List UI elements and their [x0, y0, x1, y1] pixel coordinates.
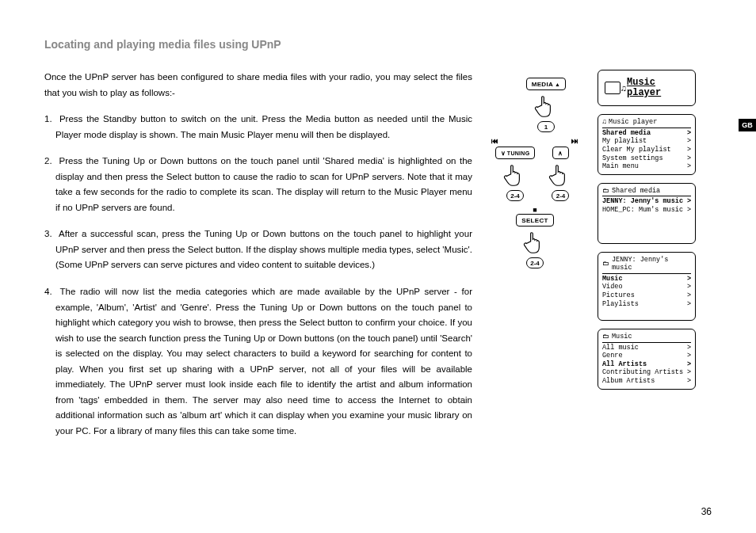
tuning-up-button: ∧ [552, 147, 568, 159]
lcd-menu-row: System settings> [602, 154, 691, 163]
lcd-menu-screen: 🗀JENNY: Jenny's musicMusic>Video>Picture… [598, 252, 696, 321]
stop-icon: ■ [491, 206, 578, 214]
lcd-menu-row: JENNY: Jenny's music> [602, 197, 691, 206]
lcd-menu-row: All music> [602, 344, 691, 352]
lcd-menu-row: Clear My playlist> [602, 146, 691, 154]
instruction-text: Once the UPnP server has been configured… [44, 70, 472, 450]
select-button: SELECT [516, 214, 553, 227]
next-icon: ⏭ [571, 137, 578, 145]
section-heading: Locating and playing media files using U… [44, 38, 712, 51]
step-badge-2-4: 2-4 [552, 190, 569, 201]
lcd-menu-row: Playlists> [602, 300, 691, 309]
folder-icon: ♫ [602, 118, 606, 127]
instruction-step: 3. After a successful scan, press the Tu… [44, 227, 472, 273]
lcd-menu-row: Shared media> [602, 129, 691, 138]
lcd-menu-row: Main menu> [602, 162, 691, 171]
tuning-down-button: ∨ TUNING [495, 147, 536, 159]
step-badge-2-4: 2-4 [506, 190, 524, 201]
folder-icon: 🗀 [602, 187, 609, 196]
step-badge-2-4: 2-4 [526, 257, 544, 268]
lcd-menu-row: Music> [602, 275, 691, 284]
intro-paragraph: Once the UPnP server has been configured… [44, 70, 472, 101]
lcd-main-screen: Music player [598, 70, 696, 106]
lcd-menu-screen: 🗀MusicAll music>Genre>All Artists>Contri… [598, 329, 696, 390]
instruction-step: 2. Press the Tuning Up or Down buttons o… [44, 154, 472, 215]
hand-icon [532, 91, 560, 118]
language-tab-gb: GB [739, 119, 756, 131]
lcd-menu-screen: 🗀Shared mediaJENNY: Jenny's music>HOME_P… [598, 183, 696, 244]
hand-icon [501, 160, 529, 187]
hand-icon [521, 227, 549, 254]
display-screens-column: Music player ♫Music playerShared media>M… [598, 70, 701, 450]
folder-icon: 🗀 [602, 333, 609, 341]
lcd-menu-row: All Artists> [602, 360, 691, 369]
lcd-menu-row: Genre> [602, 352, 691, 360]
touch-panel-diagram: MEDIA ▲ 1 ⏮ ⏭ ∨ TUNING 2-4 [491, 70, 578, 450]
lcd-menu-row: Video> [602, 283, 691, 291]
prev-icon: ⏮ [491, 137, 498, 145]
hand-icon [546, 160, 575, 187]
lcd-menu-row: My playlist> [602, 137, 691, 146]
lcd-menu-row: Contributing Artists> [602, 368, 691, 377]
lcd-menu-row: Album Artists> [602, 377, 691, 386]
folder-icon: 🗀 [602, 260, 609, 268]
music-player-icon [605, 82, 620, 94]
instruction-step: 4. The radio will now list the media cat… [44, 284, 472, 439]
step-badge-1: 1 [537, 121, 555, 132]
lcd-menu-screen: ♫Music playerShared media>My playlist>Cl… [598, 114, 696, 175]
lcd-menu-row: HOME_PC: Mum's music> [602, 206, 691, 215]
lcd-menu-row: Pictures> [602, 291, 691, 300]
media-button: MEDIA ▲ [526, 78, 567, 90]
instruction-step: 1. Press the Standby button to switch on… [44, 112, 472, 143]
page-number: 36 [701, 506, 712, 517]
